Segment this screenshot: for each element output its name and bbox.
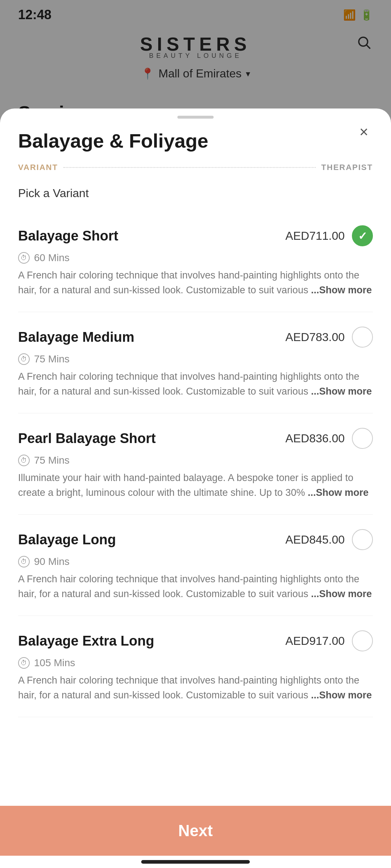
step-bar: VARIANT THERAPIST [0,163,391,183]
show-more-link[interactable]: ...Show more [311,690,372,701]
variant-price: AED917.00 [285,634,345,648]
variant-name: Balayage Medium [18,329,134,345]
nav-indicator [141,860,250,864]
clock-icon: ⏱ [18,252,30,264]
variant-item[interactable]: Pearl Balayage Short AED836.00 ⏱ 75 Mins… [18,413,373,515]
show-more-link[interactable]: ...Show more [311,386,372,397]
variant-description: A French hair coloring technique that in… [18,369,373,399]
next-button[interactable]: Next [0,806,391,856]
duration-text: 60 Mins [34,252,70,264]
variant-description: A French hair coloring technique that in… [18,268,373,297]
variant-item[interactable]: Balayage Short AED711.00 ⏱ 60 Mins A Fre… [18,211,373,312]
variant-name: Pearl Balayage Short [18,431,156,446]
variant-description: A French hair coloring technique that in… [18,673,373,702]
variant-duration: ⏱ 75 Mins [18,353,373,365]
variant-item[interactable]: Balayage Extra Long AED917.00 ⏱ 105 Mins… [18,616,373,717]
step-dots [63,167,316,168]
modal-content: Pick a Variant Balayage Short AED711.00 … [0,183,391,806]
variant-name: Balayage Extra Long [18,633,154,649]
variant-duration: ⏱ 60 Mins [18,252,373,264]
show-more-link[interactable]: ...Show more [311,285,372,295]
clock-icon: ⏱ [18,353,30,365]
variant-radio[interactable] [352,225,373,246]
variant-radio[interactable] [352,428,373,449]
variant-description: Illuminate your hair with hand-painted b… [18,471,373,500]
modal-drag-handle [177,116,214,119]
modal-handle-bar [0,109,391,122]
modal-sheet: × Balayage & Foliyage VARIANT THERAPIST … [0,109,391,868]
modal-title: Balayage & Foliyage [0,122,391,163]
variant-duration: ⏱ 90 Mins [18,556,373,567]
variants-list: Balayage Short AED711.00 ⏱ 60 Mins A Fre… [18,211,373,717]
show-more-link[interactable]: ...Show more [308,487,369,498]
variant-duration: ⏱ 105 Mins [18,657,373,669]
variant-name: Balayage Long [18,532,116,548]
clock-icon: ⏱ [18,657,30,669]
step-variant-label: VARIANT [18,163,58,172]
variant-price: AED836.00 [285,432,345,445]
duration-text: 75 Mins [34,353,70,365]
variant-name: Balayage Short [18,228,118,244]
variant-radio[interactable] [352,529,373,550]
variant-price: AED845.00 [285,533,345,546]
close-button[interactable]: × [351,119,377,145]
show-more-link[interactable]: ...Show more [311,588,372,599]
variant-item[interactable]: Balayage Long AED845.00 ⏱ 90 Mins A Fren… [18,515,373,616]
clock-icon: ⏱ [18,556,30,567]
variant-item[interactable]: Balayage Medium AED783.00 ⏱ 75 Mins A Fr… [18,312,373,413]
clock-icon: ⏱ [18,455,30,466]
duration-text: 105 Mins [34,657,75,669]
variant-price: AED783.00 [285,331,345,344]
variant-description: A French hair coloring technique that in… [18,572,373,601]
pick-variant-label: Pick a Variant [18,187,373,200]
variant-price: AED711.00 [285,229,345,243]
duration-text: 75 Mins [34,455,70,466]
variant-radio[interactable] [352,630,373,651]
duration-text: 90 Mins [34,556,70,567]
variant-duration: ⏱ 75 Mins [18,455,373,466]
variant-radio[interactable] [352,327,373,348]
close-icon: × [360,124,369,140]
step-therapist-label: THERAPIST [321,163,373,172]
